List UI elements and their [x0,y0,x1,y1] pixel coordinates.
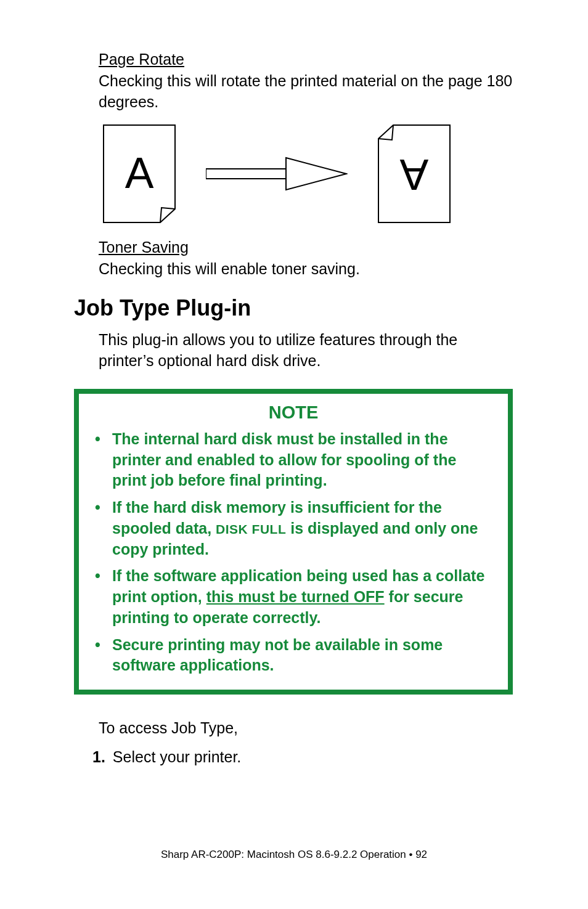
section-intro: This plug-in allows you to utilize featu… [99,330,513,372]
access-lead: To access Job Type, [99,719,513,737]
note-item: • Secure printing may not be available i… [95,635,492,677]
note-item: • The internal hard disk must be install… [95,429,492,491]
note-text: If the software application being used h… [112,566,492,628]
arrow-icon [206,155,348,192]
step-number: 1. [92,748,105,766]
note-box: NOTE • The internal hard disk must be in… [74,389,513,695]
svg-rect-0 [206,169,286,179]
disk-full-label: DISK FULL [216,522,286,536]
note-text: Secure printing may not be available in … [112,635,492,677]
page-footer: Sharp AR-C200P: Macintosh OS 8.6-9.2.2 O… [0,849,588,861]
step-1: 1. Select your printer. [92,748,513,766]
bullet-icon: • [95,429,101,491]
rotate-diagram: A A [102,124,513,224]
section-title: Job Type Plug-in [74,295,513,321]
note-item: • If the hard disk memory is insufficien… [95,497,492,560]
note-text: The internal hard disk must be installed… [112,429,492,491]
note-list: • The internal hard disk must be install… [95,429,492,676]
note-text-underline: this must be turned OFF [206,588,385,605]
left-glyph: A [125,149,154,197]
right-glyph: A [399,150,428,198]
note-title: NOTE [95,402,492,423]
bullet-icon: • [95,635,101,677]
page-rotate-body: Checking this will rotate the printed ma… [99,71,513,113]
note-text: If the hard disk memory is insufficient … [112,497,492,560]
step-text: Select your printer. [113,748,241,766]
sheet-left-icon: A [102,124,176,224]
sheet-right-icon: A [377,124,451,224]
page-rotate-heading: Page Rotate [99,51,513,68]
toner-saving-body: Checking this will enable toner saving. [99,259,513,280]
note-item: • If the software application being used… [95,566,492,628]
bullet-icon: • [95,566,101,628]
toner-saving-heading: Toner Saving [99,238,513,256]
bullet-icon: • [95,497,101,560]
